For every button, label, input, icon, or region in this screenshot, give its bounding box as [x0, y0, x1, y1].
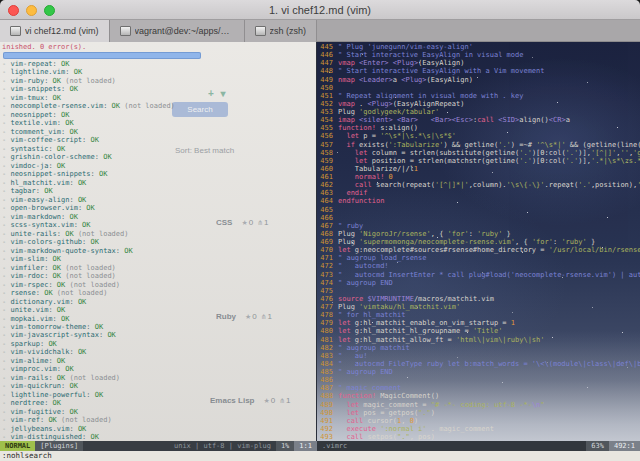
plugin-row: - vim-coffee-script: OK [2, 136, 316, 144]
plugin-row: - vim-vividchalk: OK [2, 348, 316, 356]
zoom-window-button[interactable] [44, 5, 55, 16]
plugin-row: - rsense: OK (not loaded) [2, 289, 316, 297]
code-line: 468Plug 'NigoroJr/rsense', { 'for': 'rub… [317, 230, 640, 238]
line-number: 449 [317, 76, 333, 84]
code-line: 482" augroup matchit [317, 344, 640, 352]
line-number: 468 [317, 230, 333, 238]
plugin-row: - vim-ruby: OK (not loaded) [2, 77, 316, 85]
line-number: 485 [317, 368, 333, 376]
line-number: 480 [317, 327, 333, 335]
plugin-row: - nerdtree: OK [2, 399, 316, 407]
plugin-row: - vim-rails: OK (not loaded) [2, 374, 316, 382]
plugin-row: - vimdoc-ja: OK [2, 162, 316, 170]
code-line: 461 normal! 0 [317, 173, 640, 181]
plugins-pane[interactable]: + ▾ Search Sort: Best match CSS★0⋔1 Ruby… [0, 42, 316, 441]
code-line: 447vmap <Enter> <Plug>(EasyAlign) [317, 59, 640, 67]
code-line: 449nmap <Leader>a <Plug>(EasyAlign) [317, 76, 640, 84]
minimize-window-button[interactable] [26, 5, 37, 16]
line-number: 472 [317, 262, 333, 270]
line-number: 456 [317, 132, 333, 140]
code-line: 487" magic comment [317, 384, 640, 392]
line-number: 481 [317, 336, 333, 344]
plugin-row: - vim-tmux: OK [2, 94, 316, 102]
line-number: 476 [317, 295, 333, 303]
line-number: 461 [317, 173, 333, 181]
code-line: 471" augroup load_rsense [317, 254, 640, 262]
plugin-row: - vim-slim: OK [2, 255, 316, 263]
line-number: 473 [317, 271, 333, 279]
plugin-row: - grishin-color-scheme: OK [2, 153, 316, 161]
tab-active[interactable]: vi chef12.md (vim) [0, 20, 110, 42]
tab-label: vi chef12.md (vim) [25, 26, 99, 36]
code-line: 448" Start interactive EasyAlign with a … [317, 67, 640, 75]
plugin-row: - scss-syntax.vim: OK [2, 221, 316, 229]
plugin-row: - dictionary.vim: OK [2, 298, 316, 306]
tab[interactable]: vagrant@dev:~/apps/oia... [110, 20, 245, 42]
plugin-row: - vimproc.vim: OK [2, 365, 316, 373]
plugin-list: - vim-repeat: OK- lightline.vim: OK- vim… [2, 60, 316, 441]
plugin-row: - neosnippet: OK [2, 111, 316, 119]
plugin-row: - vim-quickrun: OK [2, 382, 316, 390]
status-line: NORMAL [Plugins] unix | utf-8 | vim-plug… [0, 441, 640, 451]
line-number: 454 [317, 116, 333, 124]
window-title: 1. vi chef12.md (vim) [0, 0, 640, 20]
code-line: 484" autocmd FileType ruby let b:match_w… [317, 360, 640, 368]
line-number: 488 [317, 392, 333, 400]
code-line: 485" augroup END [317, 368, 640, 376]
tab[interactable]: zsh (zsh) [245, 20, 318, 42]
plugin-row: - unite.vim: OK [2, 306, 316, 314]
line-number: 455 [317, 124, 333, 132]
plugin-row: - sparkup: OK [2, 340, 316, 348]
line-number: 460 [317, 165, 333, 173]
code-line: 457 if exists(':Tabularize') && getline(… [317, 141, 640, 149]
code-line: 450 [317, 84, 640, 92]
code-line: 463 endif [317, 189, 640, 197]
code-lines: 445" Plug 'junegunn/vim-easy-align'446" … [317, 42, 640, 441]
line-number: 452 [317, 100, 333, 108]
statusline-right: .vimrc 63% 492:1 [317, 441, 640, 451]
plugin-row: - vim-tomorrow-theme: OK [2, 323, 316, 331]
code-line: 475 [317, 287, 640, 295]
code-line: 483" au! [317, 352, 640, 360]
close-window-button[interactable] [8, 5, 19, 16]
tab-bar: vi chef12.md (vim)vagrant@dev:~/apps/oia… [0, 20, 640, 42]
code-line: 480let g:hl_matchit_hl_groupname = 'Titl… [317, 327, 640, 335]
code-line: 453Plug 'godlygeek/tabular' [317, 108, 640, 116]
line-number: 487 [317, 384, 333, 392]
plugin-row: - vimfiler: OK (not loaded) [2, 264, 316, 272]
line-number: 462 [317, 181, 333, 189]
left-fileinfo: unix | utf-8 | vim-plug [169, 441, 276, 451]
line-number: 451 [317, 92, 333, 100]
terminal-icon [120, 26, 131, 36]
line-number: 489 [317, 401, 333, 409]
code-line: 458 let column = strlen(substitute(getli… [317, 149, 640, 157]
plugin-row: - vim-repeat: OK [2, 60, 316, 68]
right-scroll-percent: 63% [586, 441, 609, 451]
plug-finished-message: inished. 0 error(s). [2, 43, 316, 51]
code-line: 469Plug 'supermomonga/neocomplete-rsense… [317, 238, 640, 246]
statusline-left: NORMAL [Plugins] unix | utf-8 | vim-plug… [0, 441, 317, 451]
line-number: 477 [317, 303, 333, 311]
plugin-row: - vim-alime: OK [2, 357, 316, 365]
line-number: 475 [317, 287, 333, 295]
vimrc-pane[interactable]: 445" Plug 'junegunn/vim-easy-align'446" … [317, 42, 640, 441]
line-number: 486 [317, 376, 333, 384]
code-line: 456 let p = '^\s*|\s.*\s|\s*$' [317, 132, 640, 140]
plugin-row: - hl_matchit.vim: OK [2, 179, 316, 187]
plugin-row: - mopkai.vim: OK [2, 315, 316, 323]
line-number: 445 [317, 43, 333, 51]
line-number: 479 [317, 319, 333, 327]
line-number: 450 [317, 84, 333, 92]
plugin-row: - textile.vim: OK [2, 119, 316, 127]
plug-progress-row [2, 51, 316, 59]
code-line: 465 [317, 206, 640, 214]
left-scroll-percent: 1% [276, 441, 294, 451]
left-cursor-position: 1:1 [294, 441, 317, 451]
line-number: 490 [317, 409, 333, 417]
terminal-window: 1. vi chef12.md (vim) vi chef12.md (vim)… [0, 0, 640, 461]
code-line: 452vmap . <Plug>(EasyAlignRepeat) [317, 100, 640, 108]
plugin-row: - vim-fugitive: OK [2, 408, 316, 416]
mode-indicator: NORMAL [0, 441, 35, 451]
plug-progress-bar [3, 52, 201, 59]
command-line[interactable]: :nohlsearch [0, 451, 640, 461]
